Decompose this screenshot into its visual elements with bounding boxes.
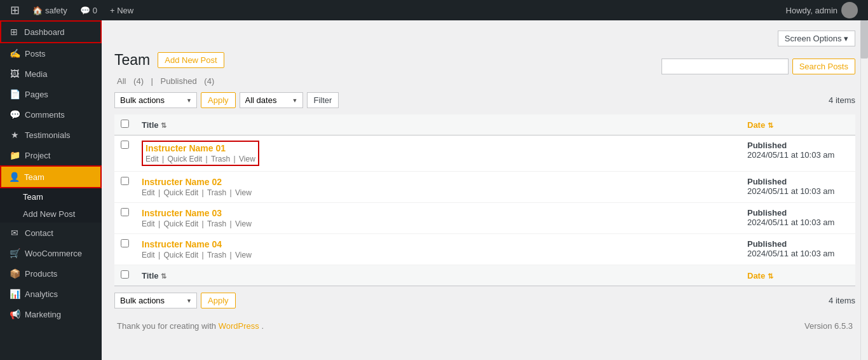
- pages-icon: 📄: [10, 89, 20, 99]
- sidebar-label-testimonials: Testimonials: [25, 130, 71, 140]
- search-posts-button[interactable]: Search Posts: [792, 59, 855, 74]
- footer-wp-link[interactable]: WordPress: [219, 321, 262, 331]
- table-body: Instructer Name 01 Edit | Quick Edit | T…: [114, 135, 855, 265]
- comments-count: 0: [93, 6, 97, 15]
- edit-link-1[interactable]: Edit: [146, 155, 159, 163]
- filter-published-label: Published: [161, 76, 197, 86]
- row-title-cell-3: Instructer Name 03 Edit | Quick Edit | T…: [135, 203, 741, 234]
- table-row: Instructer Name 01 Edit | Quick Edit | T…: [114, 135, 855, 172]
- add-new-post-button[interactable]: Add New Post: [158, 52, 224, 68]
- sidebar-item-testimonials[interactable]: ★ Testimonials: [0, 125, 102, 145]
- view-link-4[interactable]: View: [235, 251, 252, 260]
- posts-icon: ✍: [10, 48, 20, 59]
- select-all-checkbox-footer[interactable]: [121, 270, 129, 279]
- footer-wp-label: WordPress: [219, 321, 259, 331]
- date-header[interactable]: Date ⇅: [741, 114, 855, 135]
- edit-link-2[interactable]: Edit: [142, 188, 155, 197]
- apply-button-bottom[interactable]: Apply: [201, 293, 236, 308]
- date-footer[interactable]: Date ⇅: [741, 265, 855, 286]
- new-label: + New: [110, 6, 133, 15]
- sidebar-label-media: Media: [25, 69, 47, 79]
- view-link-3[interactable]: View: [235, 219, 252, 228]
- row-date-cell-4: Published 2024/05/11 at 10:03 am: [741, 234, 855, 265]
- screen-options-label: Screen Options ▾: [785, 34, 848, 43]
- sidebar-label-dashboard: Dashboard: [24, 27, 65, 37]
- bulk-actions-select-wrapper-bottom: Bulk actions: [114, 293, 197, 308]
- screen-options-button[interactable]: Screen Options ▾: [778, 31, 855, 46]
- date-filter-select[interactable]: All dates: [240, 92, 303, 108]
- page-title: Team: [114, 52, 150, 69]
- date-sort-icon[interactable]: ⇅: [768, 121, 773, 129]
- sidebar-submenu-add-new[interactable]: Add New Post: [0, 205, 102, 223]
- view-link-2[interactable]: View: [235, 188, 252, 197]
- scroll-thumb[interactable]: [860, 20, 868, 59]
- row-checkbox-3[interactable]: [121, 208, 129, 216]
- sidebar-item-woocommerce[interactable]: 🛒 WooCommerce: [0, 243, 102, 263]
- wp-logo[interactable]: ⊞: [5, 0, 25, 20]
- title-sort-icon[interactable]: ⇅: [161, 121, 166, 129]
- row-checkbox-1[interactable]: [121, 141, 129, 149]
- new-item[interactable]: + New: [105, 0, 139, 20]
- bulk-actions-select-top[interactable]: Bulk actions: [114, 92, 197, 108]
- title-header[interactable]: Title ⇅: [135, 114, 741, 135]
- trash-link-4[interactable]: Trash: [207, 251, 226, 260]
- sidebar-item-analytics[interactable]: 📊 Analytics: [0, 284, 102, 304]
- bulk-actions-select-bottom[interactable]: Bulk actions: [114, 293, 197, 308]
- row-date-1: 2024/05/11 at 10:03 am: [747, 150, 849, 160]
- sidebar-item-media[interactable]: 🖼 Media: [0, 64, 102, 84]
- quick-edit-link-4[interactable]: Quick Edit: [163, 251, 198, 260]
- edit-link-3[interactable]: Edit: [142, 219, 155, 228]
- trash-link-1[interactable]: Trash: [211, 155, 230, 163]
- sidebar-item-comments[interactable]: 💬 Comments: [0, 104, 102, 125]
- edit-link-4[interactable]: Edit: [142, 251, 155, 260]
- row-checkbox-2[interactable]: [121, 177, 129, 185]
- quick-edit-link-3[interactable]: Quick Edit: [163, 219, 198, 228]
- quick-edit-link-2[interactable]: Quick Edit: [163, 188, 198, 197]
- filter-links: All (4) | Published (4): [114, 76, 855, 86]
- filter-all-link[interactable]: All (4): [114, 76, 149, 86]
- search-posts-label: Search Posts: [799, 62, 848, 71]
- trash-link-3[interactable]: Trash: [207, 219, 226, 228]
- select-all-checkbox[interactable]: [121, 120, 129, 128]
- title-footer[interactable]: Title ⇅: [135, 265, 741, 286]
- site-name: safety: [45, 6, 67, 15]
- select-all-footer: [114, 265, 135, 286]
- table-row: Instructer Name 03 Edit | Quick Edit | T…: [114, 203, 855, 234]
- apply-button-top[interactable]: Apply: [201, 92, 236, 108]
- comments-item[interactable]: 💬 0: [75, 0, 102, 20]
- comment-icon: 💬: [80, 6, 90, 15]
- post-title-link-4[interactable]: Instructer Name 04: [142, 239, 222, 249]
- sidebar-item-products[interactable]: 📦 Products: [0, 263, 102, 284]
- search-input[interactable]: [661, 59, 789, 74]
- post-title-link-2[interactable]: Instructer Name 02: [142, 177, 222, 187]
- scrollbar[interactable]: [860, 20, 868, 360]
- filter-all-count: (4): [133, 76, 144, 86]
- view-link-1[interactable]: View: [239, 155, 255, 163]
- search-bar: Search Posts: [661, 59, 855, 74]
- site-name-item[interactable]: 🏠 safety: [27, 0, 72, 20]
- sidebar-item-marketing[interactable]: 📢 Marketing: [0, 304, 102, 324]
- sidebar-item-team[interactable]: 👤 Team: [0, 165, 102, 188]
- sidebar-item-contact[interactable]: ✉ Contact: [0, 223, 102, 243]
- sidebar-item-pages[interactable]: 📄 Pages: [0, 84, 102, 104]
- row-title-cell-2: Instructer Name 02 Edit | Quick Edit | T…: [135, 172, 741, 203]
- sidebar-label-comments: Comments: [25, 110, 65, 120]
- sidebar-item-dashboard[interactable]: ⊞ Dashboard: [0, 20, 102, 43]
- sidebar-submenu-team[interactable]: Team: [0, 188, 102, 205]
- post-title-link-1[interactable]: Instructer Name 01: [146, 143, 226, 153]
- sidebar-item-project[interactable]: 📁 Project: [0, 145, 102, 165]
- row-checkbox-4[interactable]: [121, 239, 129, 247]
- sidebar-label-pages: Pages: [25, 90, 48, 99]
- row-checkbox-cell-1: [114, 135, 135, 172]
- quick-edit-link-1[interactable]: Quick Edit: [167, 155, 202, 163]
- sidebar-item-posts[interactable]: ✍ Posts: [0, 43, 102, 64]
- post-title-link-3[interactable]: Instructer Name 03: [142, 208, 222, 218]
- filter-button[interactable]: Filter: [307, 92, 339, 108]
- filter-published-link[interactable]: Published (4): [158, 76, 217, 86]
- date-sort-footer-icon[interactable]: ⇅: [768, 272, 773, 280]
- footer-left: Thank you for creating with WordPress .: [117, 321, 264, 331]
- title-sort-footer-icon[interactable]: ⇅: [161, 272, 166, 280]
- trash-link-2[interactable]: Trash: [207, 188, 226, 197]
- wp-icon: ⊞: [10, 3, 20, 17]
- howdy-section[interactable]: Howdy, admin: [781, 2, 863, 18]
